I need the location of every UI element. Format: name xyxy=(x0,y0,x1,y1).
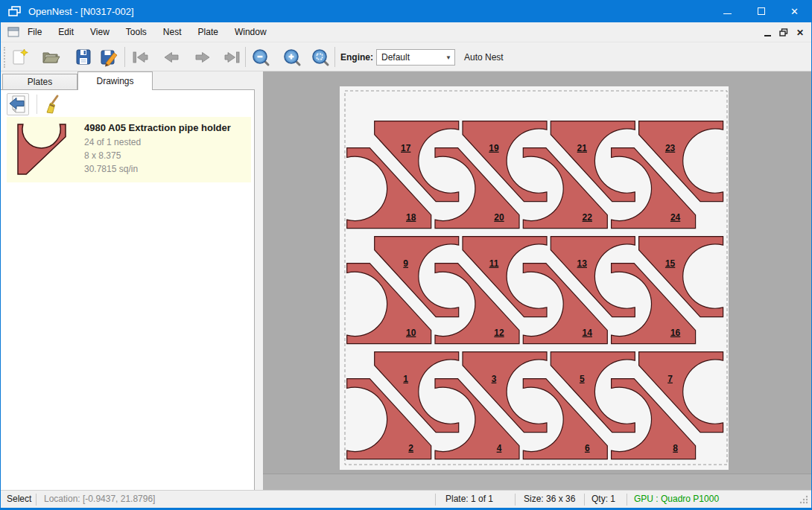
tab-plates[interactable]: Plates xyxy=(2,74,77,90)
close-button[interactable]: ✕ xyxy=(778,0,811,22)
mdi-restore-button[interactable] xyxy=(775,25,792,40)
drawing-nested-count: 24 of 1 nested xyxy=(84,136,231,149)
new-file-icon xyxy=(10,48,29,67)
panel-splitter[interactable] xyxy=(255,71,263,490)
tab-strip: Plates Drawings xyxy=(1,71,255,90)
status-bar: Select Location: [-0.9437, 21.8796] Plat… xyxy=(1,490,811,508)
part-number-label: 22 xyxy=(583,212,593,223)
title-bar[interactable]: OpenNest - [N0317-002] ✕ xyxy=(1,0,811,22)
part-number-label: 15 xyxy=(665,258,676,269)
drawings-toolbar xyxy=(1,91,254,117)
menu-plate[interactable]: Plate xyxy=(190,24,226,40)
status-separator xyxy=(515,494,516,506)
last-plate-button[interactable] xyxy=(221,46,244,68)
part-number-label: 7 xyxy=(667,374,673,384)
minimize-icon xyxy=(723,13,732,14)
toolbar-separator xyxy=(124,47,125,67)
mini-toolbar-separator xyxy=(37,95,37,114)
status-location: Location: [-0.9437, 21.8796] xyxy=(44,494,155,504)
app-icon xyxy=(8,6,22,17)
main-toolbar: Engine: Default ▼ Auto Nest xyxy=(1,42,811,71)
status-qty: Qty: 1 xyxy=(591,494,615,504)
tab-drawings[interactable]: Drawings xyxy=(77,71,153,90)
menu-nest[interactable]: Nest xyxy=(155,24,190,40)
part-number-label: 5 xyxy=(580,374,585,384)
right-arrow-icon xyxy=(193,48,212,67)
part-number-label: 9 xyxy=(403,258,408,269)
plate-view[interactable]: 171819202122232491011121314151612345678 xyxy=(263,71,812,474)
auto-nest-button[interactable]: Auto Nest xyxy=(464,52,504,63)
part-number-label: 20 xyxy=(494,212,504,223)
part-number-label: 18 xyxy=(406,212,416,223)
open-button[interactable] xyxy=(39,46,62,68)
resize-grip[interactable] xyxy=(799,494,809,505)
part-thumbnail xyxy=(13,123,72,176)
toolbar-separator xyxy=(245,47,246,67)
engine-combobox[interactable]: Default ▼ xyxy=(376,49,455,66)
status-separator xyxy=(627,494,627,506)
maximize-icon xyxy=(758,7,765,15)
next-plate-button[interactable] xyxy=(191,46,214,68)
new-button[interactable] xyxy=(8,46,31,68)
status-separator xyxy=(435,494,436,506)
clear-drawings-button[interactable] xyxy=(41,93,63,115)
mdi-close-button[interactable]: ✕ xyxy=(792,25,808,40)
part-number-label: 13 xyxy=(577,258,588,269)
drawing-list-item[interactable]: 4980 A05 Extraction pipe holder 24 of 1 … xyxy=(7,117,251,182)
part-number-label: 12 xyxy=(494,328,504,338)
menu-window[interactable]: Window xyxy=(226,24,275,40)
horizontal-scrollbar[interactable] xyxy=(263,474,812,490)
engine-value: Default xyxy=(377,52,443,63)
broom-icon xyxy=(42,94,63,115)
drawing-title: 4980 A05 Extraction pipe holder xyxy=(84,121,231,136)
part-number-label: 3 xyxy=(492,374,497,384)
menu-file[interactable]: File xyxy=(19,24,50,40)
status-separator xyxy=(584,494,585,506)
status-separator xyxy=(36,494,37,506)
import-drawing-button[interactable] xyxy=(7,93,29,115)
part-number-label: 4 xyxy=(497,443,502,453)
mdi-minimize-icon xyxy=(764,35,771,36)
chevron-down-icon[interactable]: ▼ xyxy=(443,50,454,65)
first-plate-button[interactable] xyxy=(129,46,151,68)
nest-canvas[interactable]: 171819202122232491011121314151612345678 xyxy=(263,71,812,474)
part-number-label: 19 xyxy=(489,143,499,153)
maximize-button[interactable] xyxy=(744,0,778,22)
open-folder-icon xyxy=(41,48,60,67)
zoom-in-button[interactable] xyxy=(281,46,303,68)
part-number-label: 21 xyxy=(577,143,588,153)
zoom-out-button[interactable] xyxy=(250,46,272,68)
minimize-button[interactable] xyxy=(711,0,744,22)
zoom-fit-button[interactable] xyxy=(309,46,332,68)
save-button[interactable] xyxy=(72,46,95,68)
part-number-label: 23 xyxy=(665,143,676,153)
menu-tools[interactable]: Tools xyxy=(118,24,155,40)
part-number-label: 6 xyxy=(585,443,590,453)
save-icon xyxy=(74,48,93,67)
part-number-label: 8 xyxy=(673,443,678,453)
import-drawing-icon xyxy=(7,94,28,115)
mdi-child-icon xyxy=(7,27,19,37)
part-number-label: 14 xyxy=(583,328,593,338)
drawings-panel: 4980 A05 Extraction pipe holder 24 of 1 … xyxy=(1,89,255,490)
menu-edit[interactable]: Edit xyxy=(50,24,82,40)
menu-bar: File Edit View Tools Nest Plate Window ✕ xyxy=(1,22,811,42)
status-size: Size: 36 x 36 xyxy=(524,494,575,504)
status-mode: Select xyxy=(7,494,31,504)
zoom-fit-icon xyxy=(311,48,330,67)
last-arrow-icon xyxy=(223,48,242,67)
app-window: OpenNest - [N0317-002] ✕ File Edit View … xyxy=(0,0,812,510)
part-number-label: 16 xyxy=(670,328,681,338)
part-number-label: 1 xyxy=(403,374,408,384)
first-arrow-icon xyxy=(130,48,150,67)
status-plate: Plate: 1 of 1 xyxy=(445,494,493,504)
left-arrow-icon xyxy=(162,48,181,67)
part-number-label: 17 xyxy=(401,143,411,153)
close-icon: ✕ xyxy=(790,6,799,17)
previous-plate-button[interactable] xyxy=(160,46,183,68)
menu-view[interactable]: View xyxy=(82,24,118,40)
mdi-minimize-button[interactable] xyxy=(759,25,775,40)
save-as-button[interactable] xyxy=(98,46,120,68)
toolbar-grip[interactable] xyxy=(4,47,6,68)
drawing-area: 30.7815 sq/in xyxy=(84,162,231,176)
